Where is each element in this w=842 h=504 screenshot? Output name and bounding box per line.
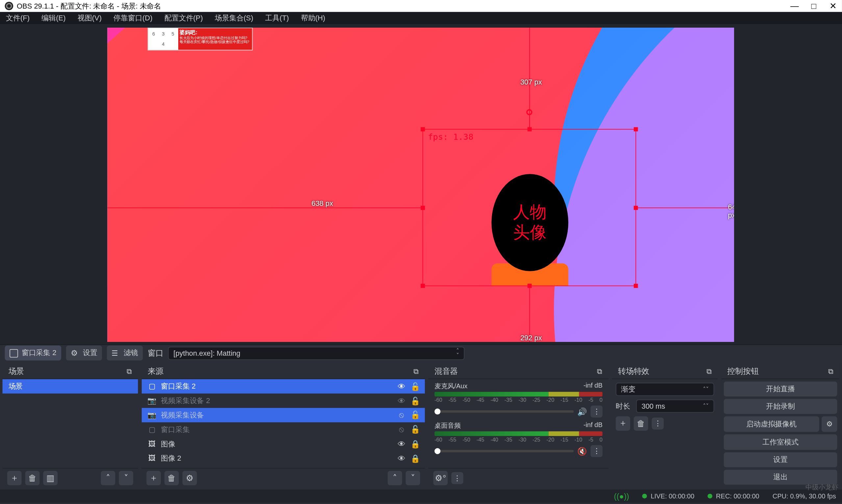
add-transition-button[interactable]: ＋ [616, 416, 630, 431]
visibility-toggle[interactable]: 👁 [397, 454, 406, 463]
lock-toggle[interactable]: 🔓 [411, 382, 419, 391]
source-properties-button[interactable]: ⚙ [182, 470, 197, 485]
virtual-cam-settings-button[interactable]: ⚙ [822, 417, 837, 432]
volume-slider[interactable] [434, 450, 574, 452]
lock-toggle[interactable]: 🔓 [411, 425, 419, 434]
start-recording-button[interactable]: 开始录制 [723, 399, 837, 414]
move-scene-up-button[interactable]: ˄ [101, 470, 115, 485]
lock-toggle[interactable]: 🔓 [411, 410, 419, 420]
titlebar: OBS 29.1.1 - 配置文件: 未命名 - 场景: 未命名 — □ ✕ [0, 0, 842, 12]
menu-help[interactable]: 帮助(H) [297, 13, 329, 23]
handle-ml[interactable] [421, 206, 425, 210]
guide-left [108, 208, 423, 208]
popout-icon[interactable]: ⧉ [597, 367, 602, 375]
popout-icon[interactable]: ⧉ [828, 367, 834, 375]
source-label: 图像 [161, 439, 175, 449]
studio-mode-button[interactable]: 工作室模式 [723, 435, 837, 450]
image-overlay-source: 6354 婆妈吧:长大后为小时候的理想/单恋付出过努力吗? 每天都在庆忙/攀托/… [148, 28, 253, 50]
add-source-button[interactable]: ＋ [146, 470, 161, 485]
preview-area[interactable]: 6354 婆妈吧:长大后为小时候的理想/单恋付出过努力吗? 每天都在庆忙/攀托/… [0, 24, 842, 344]
menu-file[interactable]: 文件(F) [2, 13, 33, 23]
menu-profile[interactable]: 配置文件(P) [161, 13, 207, 23]
menu-view[interactable]: 视图(V) [74, 13, 105, 23]
lock-toggle[interactable]: 🔒 [411, 454, 419, 463]
window-capture-icon [10, 349, 18, 357]
settings-button[interactable]: 设置 [723, 452, 837, 467]
source-row[interactable]: 🖼 图像 👁 🔒 [142, 437, 425, 451]
source-row[interactable]: 📷 视频采集设备 2 👁 🔓 [142, 394, 425, 408]
menu-dock[interactable]: 停靠窗口(D) [110, 13, 156, 23]
visibility-toggle[interactable]: 👁 [397, 439, 406, 448]
window-maximize-button[interactable]: □ [809, 2, 818, 10]
add-scene-button[interactable]: ＋ [7, 470, 22, 485]
mute-icon[interactable]: 🔇 [577, 447, 587, 455]
visibility-toggle[interactable]: 👁 [397, 396, 406, 405]
source-context-toolbar: 窗口采集 2 设置 滤镜 窗口 [python.exe]: Matting ˄˅ [0, 344, 842, 361]
source-row[interactable]: ▢ 窗口采集 ⦸ 🔓 [142, 422, 425, 437]
handle-bl[interactable] [421, 284, 425, 288]
selected-source-chip: 窗口采集 2 [5, 345, 61, 361]
move-source-up-button[interactable]: ˄ [388, 470, 402, 485]
source-row[interactable]: ▢ 窗口采集 2 👁 🔓 [142, 379, 425, 394]
window-dropdown[interactable]: [python.exe]: Matting ˄˅ [168, 346, 464, 360]
menu-edit[interactable]: 编辑(E) [38, 13, 69, 23]
selection-box[interactable]: fps: 1.38 [423, 129, 637, 286]
channel-name: 麦克风/Aux [434, 381, 467, 390]
mixer-menu-button[interactable]: ⋮ [451, 472, 463, 484]
mixer-advanced-button[interactable]: ⚙° [433, 470, 448, 485]
transition-type-dropdown[interactable]: 渐变˄˅ [616, 383, 714, 396]
remove-scene-button[interactable]: 🗑 [25, 470, 40, 485]
visibility-toggle[interactable]: ⦸ [397, 425, 406, 434]
scenes-panel: 场景⧉ 场景 ＋ 🗑 ▥ ˄ ˅ [2, 364, 138, 487]
exit-button[interactable]: 退出 [723, 469, 837, 485]
transition-duration-input[interactable]: 300 ms˄˅ [636, 399, 714, 413]
distance-top-label: 307 px [520, 78, 542, 87]
menu-tools[interactable]: 工具(T) [262, 13, 293, 23]
source-label: 窗口采集 [161, 425, 190, 435]
start-virtual-cam-button[interactable]: 启动虚拟摄像机 [723, 417, 819, 432]
source-row[interactable]: 📷 视频采集设备 ⦸ 🔓 [142, 408, 425, 422]
handle-bm[interactable] [527, 284, 532, 288]
sources-panel: 来源⧉ ▢ 窗口采集 2 👁 🔓 📷 视频采集设备 2 👁 🔓 📷 视频采集设备… [142, 364, 425, 487]
channel-menu-button[interactable]: ⋮ [590, 406, 602, 417]
distance-left-label: 638 px [311, 199, 333, 208]
channel-menu-button[interactable]: ⋮ [590, 445, 602, 457]
move-scene-down-button[interactable]: ˅ [119, 470, 133, 485]
scene-filters-button[interactable]: ▥ [43, 470, 57, 485]
handle-tm[interactable] [527, 127, 532, 131]
handle-mr[interactable] [634, 206, 638, 210]
preview-canvas[interactable]: 6354 婆妈吧:长大后为小时候的理想/单恋付出过努力吗? 每天都在庆忙/攀托/… [108, 28, 734, 342]
source-filters-button[interactable]: 滤镜 [107, 345, 143, 361]
handle-tl[interactable] [421, 127, 425, 131]
visibility-toggle[interactable]: ⦸ [397, 410, 406, 420]
window-close-button[interactable]: ✕ [829, 2, 837, 10]
speaker-icon[interactable]: 🔊 [577, 407, 587, 416]
source-settings-button[interactable]: 设置 [66, 345, 102, 361]
popout-icon[interactable]: ⧉ [127, 367, 132, 375]
source-row[interactable]: 🖼 图像 2 👁 🔒 [142, 451, 425, 466]
lock-toggle[interactable]: 🔒 [411, 439, 419, 448]
channel-level: -inf dB [584, 381, 603, 390]
menu-scene-collection[interactable]: 场景集合(S) [211, 13, 257, 23]
controls-panel: 控制按钮⧉ 开始直播 开始录制 启动虚拟摄像机 ⚙ 工作室模式 设置 退出 [721, 364, 839, 487]
move-source-down-button[interactable]: ˅ [406, 470, 420, 485]
audio-meter [434, 431, 603, 436]
popout-icon[interactable]: ⧉ [706, 367, 712, 375]
window-minimize-button[interactable]: — [790, 2, 799, 10]
rotation-handle[interactable] [526, 109, 532, 115]
start-streaming-button[interactable]: 开始直播 [723, 381, 837, 396]
popout-icon[interactable]: ⧉ [413, 367, 419, 375]
lock-toggle[interactable]: 🔓 [411, 396, 419, 405]
image-icon: 🖼 [148, 454, 156, 463]
handle-tr[interactable] [634, 127, 638, 131]
meter-scale: -60-55-50-45-40-35-30-25-20-15-10-50 [434, 397, 603, 403]
remove-source-button[interactable]: 🗑 [164, 470, 179, 485]
remove-transition-button[interactable]: 🗑 [634, 416, 648, 431]
audio-meter [434, 392, 603, 396]
volume-slider[interactable] [434, 410, 574, 413]
visibility-toggle[interactable]: 👁 [397, 382, 406, 391]
gear-icon [71, 349, 79, 357]
scene-row[interactable]: 场景 [2, 379, 138, 394]
transition-menu-button[interactable]: ⋮ [652, 417, 664, 429]
handle-br[interactable] [634, 284, 638, 288]
